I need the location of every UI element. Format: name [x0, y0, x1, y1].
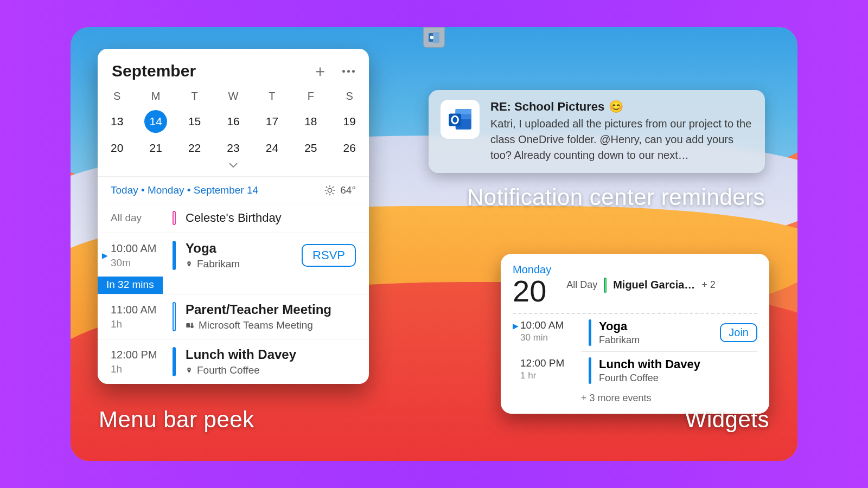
caption-notification: Notification center reminders — [467, 184, 765, 210]
day-number: 20 — [513, 276, 551, 306]
allday-label: All Day — [566, 279, 597, 291]
expand-month-button[interactable] — [228, 161, 239, 170]
outlook-glyph — [427, 31, 441, 44]
day-cell[interactable]: 26 — [330, 137, 369, 159]
svg-rect-14 — [190, 325, 193, 328]
svg-line-11 — [333, 187, 334, 188]
day-cell-selected[interactable]: 14 — [136, 106, 175, 137]
widget-event-row[interactable]: 12:00 PM 1 hr Lunch with Davey Fourth Co… — [513, 352, 757, 389]
event-time: 12:00 PM — [111, 349, 163, 361]
day-cell[interactable]: 24 — [253, 137, 291, 159]
weekday-header: F — [291, 87, 330, 106]
emoji-icon: 😊 — [609, 100, 623, 114]
event-title: Yoga — [186, 241, 292, 256]
current-indicator-icon: ▶ — [102, 251, 108, 260]
event-category-bar — [589, 319, 591, 346]
event-category-bar — [589, 357, 591, 384]
sun-icon — [324, 184, 336, 196]
svg-line-9 — [333, 193, 334, 194]
event-location: Fabrikam — [186, 258, 292, 270]
day-cell[interactable]: 19 — [330, 106, 369, 137]
notification-card[interactable]: RE: School Pictures 😊 Katri, I uploaded … — [429, 90, 765, 173]
event-category-bar — [173, 211, 176, 225]
teams-icon — [186, 321, 194, 330]
svg-rect-17 — [456, 109, 471, 114]
countdown-badge: In 32 mins — [98, 277, 163, 294]
outlook-menubar-icon[interactable] — [423, 27, 445, 48]
more-options-button[interactable] — [342, 70, 355, 73]
event-row[interactable]: ▶ 10:00 AM 30m Yoga Fabrikam RSVP — [98, 233, 369, 278]
add-event-button[interactable]: ＋ — [312, 63, 328, 79]
event-category-bar — [173, 347, 176, 376]
day-cell[interactable]: 17 — [253, 106, 291, 137]
outlook-app-icon — [441, 100, 480, 139]
day-cell[interactable]: 21 — [136, 137, 175, 159]
day-cell[interactable]: 20 — [98, 137, 136, 159]
event-time: 10:00 AM — [520, 319, 581, 331]
svg-point-3 — [328, 188, 332, 192]
day-cell[interactable]: 15 — [175, 106, 214, 137]
rsvp-button[interactable]: RSVP — [302, 244, 356, 267]
today-date-label: Today • Monday • September 14 — [111, 184, 258, 196]
event-title: Lunch with Davey — [599, 357, 757, 371]
location-pin-icon — [186, 367, 193, 374]
allday-more-count: + 2 — [701, 279, 716, 291]
event-category-bar — [173, 241, 176, 270]
allday-label: All day — [111, 212, 163, 224]
event-title: Celeste's Birthday — [186, 211, 356, 225]
day-cell[interactable]: 18 — [291, 106, 330, 137]
join-button[interactable]: Join — [720, 323, 757, 342]
day-cell[interactable]: 22 — [175, 137, 214, 159]
widget-allday-row[interactable]: All Day Miguel Garcia… + 2 — [566, 264, 757, 306]
event-row[interactable]: 12:00 PM 1h Lunch with Davey Fourth Coff… — [98, 339, 369, 384]
calendar-peek-panel: September ＋ S M T W T F S 13 14 15 — [98, 49, 369, 384]
notification-subject: RE: School Pictures 😊 — [490, 100, 753, 114]
event-location: Fourth Coffee — [186, 364, 356, 376]
day-cell[interactable]: 25 — [291, 137, 330, 159]
svg-line-8 — [326, 187, 327, 188]
event-category-bar — [604, 278, 607, 293]
event-time: 11:00 AM — [111, 304, 163, 316]
month-title: September — [112, 62, 196, 80]
event-duration: 30m — [111, 257, 163, 269]
event-time: 10:00 AM — [111, 242, 163, 255]
location-pin-icon — [186, 261, 193, 268]
weekday-header: M — [136, 87, 175, 106]
more-events-link[interactable]: + 3 more events — [513, 389, 757, 405]
event-row[interactable]: 11:00 AM 1h Parent/Teacher Meeting Micro… — [98, 294, 369, 339]
event-location: Microsoft Teams Meeting — [186, 319, 356, 331]
weekday-header: S — [98, 87, 136, 106]
event-location: Fourth Coffee — [599, 373, 757, 384]
event-title: Yoga — [599, 319, 712, 333]
widget-date: Monday 20 — [513, 264, 551, 306]
weekday-header: S — [330, 87, 369, 106]
svg-rect-1 — [433, 32, 439, 43]
event-time: 12:00 PM — [520, 357, 581, 369]
caption-menubar-peek: Menu bar peek — [99, 407, 254, 433]
calendar-widget: Monday 20 All Day Miguel Garcia… + 2 ▶ 1… — [501, 254, 769, 414]
weather-readout: 64° — [324, 184, 356, 196]
desktop-window: September ＋ S M T W T F S 13 14 15 — [71, 27, 797, 461]
event-category-bar — [173, 302, 176, 331]
event-duration: 1 hr — [520, 370, 581, 381]
event-title: Miguel Garcia… — [613, 279, 695, 291]
caption-widgets: Widgets — [685, 407, 769, 433]
event-title: Lunch with Davey — [186, 347, 356, 362]
day-cell[interactable]: 23 — [214, 137, 252, 159]
allday-event-row[interactable]: All day Celeste's Birthday — [98, 203, 369, 233]
current-indicator-icon: ▶ — [513, 322, 519, 330]
temperature: 64° — [340, 184, 356, 196]
widget-event-row[interactable]: ▶ 10:00 AM 30 min Yoga Fabrikam Join — [513, 313, 757, 351]
weekday-header: T — [175, 87, 214, 106]
day-cell[interactable]: 13 — [98, 106, 136, 137]
svg-line-10 — [326, 193, 327, 194]
svg-point-13 — [191, 323, 193, 325]
event-title: Parent/Teacher Meeting — [186, 302, 356, 317]
svg-point-2 — [430, 36, 433, 39]
event-location: Fabrikam — [599, 335, 712, 346]
event-duration: 30 min — [520, 332, 581, 343]
svg-rect-12 — [186, 323, 190, 328]
day-cell[interactable]: 16 — [214, 106, 252, 137]
event-duration: 1h — [111, 363, 163, 375]
weekday-header: T — [253, 87, 291, 106]
